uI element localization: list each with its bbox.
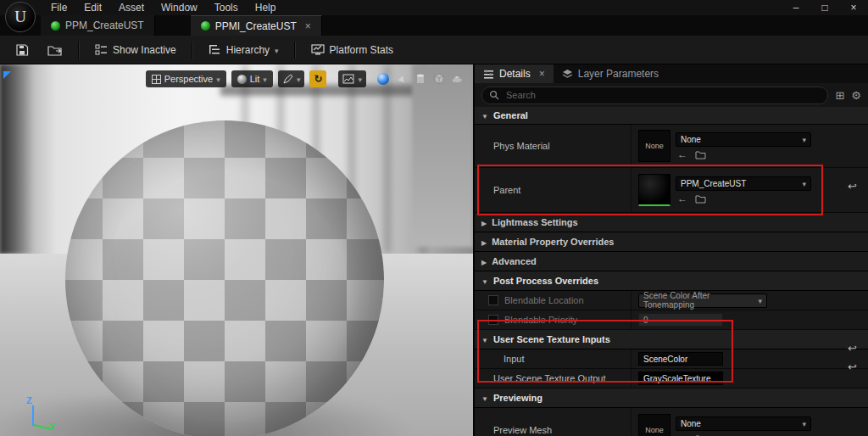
unreal-logo-glyph: U <box>14 8 26 26</box>
ust-input-value: SceneColor <box>632 349 868 368</box>
tab-ppmi-createust[interactable]: PPMI_CreateUST × <box>191 15 322 36</box>
blendable-priority-checkbox[interactable] <box>488 315 498 325</box>
menu-asset[interactable]: Asset <box>110 1 153 14</box>
search-box[interactable] <box>481 87 828 104</box>
material-preview-viewport[interactable]: Perspective Lit ↻ <box>0 64 475 436</box>
ust-input-field[interactable]: SceneColor <box>638 352 723 366</box>
settings-gear-icon[interactable]: ⚙ <box>851 90 861 101</box>
parent-value: PPM_CreateUST ← <box>632 168 868 212</box>
browse-to-asset-icon[interactable] <box>695 150 706 159</box>
tab-close-icon[interactable]: × <box>305 20 311 32</box>
category-user-scene-texture-inputs[interactable]: User Scene Texture Inputs <box>475 330 868 349</box>
details-tab-bar: Details × Layer Parameters <box>475 64 868 83</box>
phys-material-thumbnail[interactable]: None <box>638 130 670 162</box>
browse-to-asset-button[interactable] <box>41 40 70 60</box>
reset-parent-icon[interactable] <box>848 180 857 193</box>
toolbar-separator <box>294 42 296 59</box>
ust-output-label: User Scene Texture Output <box>475 369 632 388</box>
cylinder-shape-icon <box>415 73 426 85</box>
blendable-priority-field[interactable]: 0 <box>638 313 723 327</box>
chevron-down-icon <box>216 74 220 84</box>
preview-mesh-label: Preview Mesh <box>475 408 632 436</box>
sphere-shape-icon <box>377 73 389 85</box>
menu-tools[interactable]: Tools <box>206 1 247 14</box>
preview-shape-cube-button[interactable] <box>432 72 446 86</box>
use-selected-asset-icon[interactable]: ← <box>677 149 687 159</box>
chevron-down-icon <box>802 179 806 188</box>
category-label: User Scene Texture Inputs <box>493 334 610 344</box>
blendable-location-dropdown[interactable]: Scene Color After Tonemapping <box>638 293 767 308</box>
realtime-toggle[interactable]: ↻ <box>309 70 326 87</box>
viewport-toolbar: Perspective Lit ↻ <box>146 70 465 87</box>
image-icon <box>342 74 354 84</box>
category-general[interactable]: General <box>475 107 868 125</box>
menu-window[interactable]: Window <box>153 1 206 14</box>
category-advanced[interactable]: Advanced <box>475 252 868 271</box>
preview-mesh-dropdown[interactable]: None <box>676 416 811 431</box>
details-tab-close-icon[interactable]: × <box>539 68 545 80</box>
menu-bar: File Edit Asset Window Tools Help – □ × <box>0 0 868 15</box>
chevron-down-icon <box>758 296 762 305</box>
blendable-location-row: Blendable Location Scene Color After Ton… <box>475 291 868 310</box>
save-button[interactable] <box>8 40 36 60</box>
menu-help[interactable]: Help <box>247 1 285 14</box>
category-post-process-overrides[interactable]: Post Process Overrides <box>475 271 868 291</box>
preview-mesh-thumbnail[interactable]: None <box>638 414 670 436</box>
preview-shape-teapot-button[interactable] <box>451 72 465 86</box>
hierarchy-dropdown[interactable]: Hierarchy <box>202 40 286 59</box>
menu-edit[interactable]: Edit <box>75 1 110 14</box>
search-input[interactable] <box>504 89 821 101</box>
phys-material-dropdown[interactable]: None <box>676 132 811 147</box>
minimize-button[interactable]: – <box>782 1 810 14</box>
expand-arrow-icon <box>481 276 488 286</box>
save-icon <box>15 43 29 57</box>
preview-shape-cylinder-button[interactable] <box>414 72 427 86</box>
chevron-down-icon <box>297 74 301 84</box>
preview-mesh-value: None None ← <box>632 408 868 436</box>
teapot-shape-icon <box>451 74 465 85</box>
reset-ust-output-icon[interactable] <box>848 361 857 373</box>
category-material-property-overrides[interactable]: Material Property Overrides <box>475 232 868 252</box>
parent-material-thumbnail[interactable] <box>638 174 670 206</box>
axis-y-label: Y <box>49 422 55 432</box>
use-selected-asset-icon[interactable]: ← <box>677 193 687 204</box>
screenshot-dropdown[interactable] <box>338 70 366 87</box>
unreal-logo: U <box>5 2 36 32</box>
perspective-label: Perspective <box>164 74 213 84</box>
category-previewing[interactable]: Previewing <box>475 388 868 408</box>
lit-dropdown[interactable]: Lit <box>231 70 273 87</box>
blendable-priority-value: 0 <box>632 310 868 329</box>
parent-row: Parent PPM_CreateUST ← <box>475 168 868 213</box>
parent-dropdown[interactable]: PPM_CreateUST <box>676 176 811 191</box>
preview-shape-plane-button[interactable] <box>395 72 409 86</box>
category-label: Lightmass Settings <box>492 217 577 227</box>
display-options-grid-icon[interactable]: ⊞ <box>835 90 844 101</box>
blendable-location-checkbox[interactable] <box>488 295 498 305</box>
platform-stats-button[interactable]: Platform Stats <box>304 40 400 59</box>
tab-details[interactable]: Details × <box>475 64 554 83</box>
perspective-dropdown[interactable]: Perspective <box>146 70 226 87</box>
phys-material-label: Phys Material <box>475 125 632 167</box>
category-lightmass-settings[interactable]: Lightmass Settings <box>475 213 868 232</box>
maximize-button[interactable]: □ <box>810 1 839 14</box>
tab-layer-parameters[interactable]: Layer Parameters <box>554 64 667 83</box>
folder-browse-icon <box>47 43 63 57</box>
lit-mode-icon <box>237 75 247 84</box>
close-button[interactable]: × <box>839 1 868 14</box>
chevron-down-icon <box>802 135 806 144</box>
ust-output-field[interactable]: GrayScaleTexture <box>638 372 723 385</box>
preview-sphere[interactable] <box>65 120 384 436</box>
collapsed-arrow-icon <box>481 217 487 227</box>
tab-ppm-createust[interactable]: PPM_CreateUST <box>41 15 155 36</box>
chevron-down-icon <box>358 74 362 84</box>
reset-ust-input-icon[interactable] <box>848 342 857 355</box>
show-flags-dropdown[interactable] <box>278 70 305 87</box>
show-inactive-label: Show Inactive <box>113 44 176 56</box>
browse-to-asset-icon[interactable] <box>695 194 706 204</box>
menu-file[interactable]: File <box>42 1 75 14</box>
collapsed-arrow-icon <box>481 237 487 247</box>
show-inactive-button[interactable]: Show Inactive <box>88 40 183 59</box>
preview-shape-sphere-button[interactable] <box>376 72 390 86</box>
material-icon <box>201 21 210 31</box>
expand-arrow-icon <box>481 110 488 120</box>
